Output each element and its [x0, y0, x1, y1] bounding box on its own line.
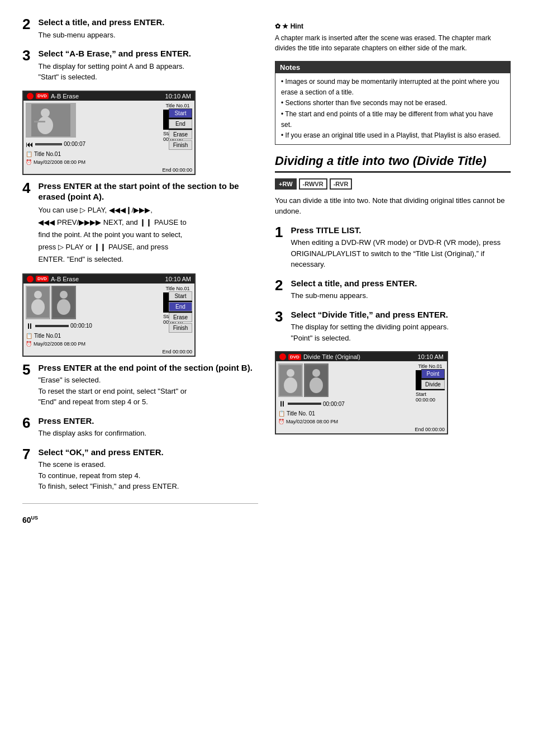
notes-content: Images or sound may be momentarily inter… — [275, 73, 510, 144]
screen-1-footer-date: May/02/2008 08:00 PM — [34, 159, 85, 165]
right-step-3-body: The display for setting the dividing poi… — [291, 322, 449, 343]
screen-2-title-no: Title No.01 — [163, 286, 192, 291]
page-num-text: 60 — [22, 516, 31, 525]
step-7: 7 Select “OK,” and press ENTER. The scen… — [22, 447, 258, 492]
screen-1-title: A-B Erase — [51, 93, 79, 100]
screen-3-title-no: Title No.01 — [416, 363, 445, 369]
step-4: 4 Press ENTER at the start point of the … — [22, 181, 258, 266]
btn-end-2[interactable]: End — [169, 302, 192, 311]
screen-3-footer-date: May/02/2008 08:00 PM — [286, 419, 338, 424]
svg-point-11 — [287, 369, 294, 377]
hint-icon: ✿ — [275, 22, 280, 30]
svg-rect-3 — [34, 121, 45, 122]
dvd-screen-3: DVD Divide Title (Original) 10:10 AM — [275, 351, 448, 434]
step-number-7: 7 — [22, 447, 30, 461]
hint-body: A chapter mark is inserted after the sce… — [275, 33, 511, 53]
svg-point-14 — [312, 369, 320, 377]
right-step-number-1: 1 — [275, 225, 283, 239]
right-step-number-2: 2 — [275, 278, 283, 292]
right-step-1-body: When editing a DVD-RW (VR mode) or DVD-R… — [291, 237, 511, 270]
hint-title: ✿ ★ Hint — [275, 21, 511, 31]
note-item-4: If you erase an original title used in a… — [281, 130, 505, 141]
page-superscript: US — [31, 515, 39, 521]
btn-erase-1[interactable]: Erase — [169, 130, 192, 139]
screen-1-buttons: Start End Erase Finish — [169, 108, 192, 150]
page-number: 60US — [22, 515, 258, 525]
note-item-1: Images or sound may be momentarily inter… — [281, 77, 505, 98]
right-step-number-3: 3 — [275, 309, 283, 324]
screen-1-preview-left — [26, 103, 76, 138]
screen-2-timestamp: 00:00:10 — [70, 323, 92, 329]
step-6: 6 Press ENTER. The display asks for conf… — [22, 415, 258, 439]
btn-erase-2[interactable]: Erase — [169, 313, 192, 322]
step-3-title: Select “A-B Erase,” and press ENTER. — [38, 48, 191, 59]
screen-1-title-no: Title No.01 — [163, 103, 192, 108]
step-number-5: 5 — [22, 362, 30, 377]
btn-finish-2[interactable]: Finish — [169, 323, 192, 333]
btn-finish-1[interactable]: Finish — [169, 140, 192, 150]
screen-2-preview-left — [26, 286, 50, 319]
dvd-screen-1: DVD A-B Erase 10:10 AM — [22, 91, 196, 175]
right-step-1-title: Press TITLE LIST. — [291, 225, 511, 236]
btn-point-3[interactable]: Point — [421, 369, 445, 379]
screen-3-preview-right — [304, 363, 329, 397]
step-5-title: Press ENTER at the end point of the sect… — [38, 362, 252, 374]
step-number-2: 2 — [22, 17, 30, 31]
section-title: Dividing a title into two (Divide Title) — [275, 154, 511, 172]
screen-2-footer-title: Title No.01 — [34, 333, 61, 339]
screen-2-title: A-B Erase — [51, 276, 79, 282]
step-number-6: 6 — [22, 415, 30, 430]
screen-3-preview-left — [278, 363, 303, 397]
step-5-body: "Erase" is selected. To reset the start … — [38, 375, 252, 408]
screen-1-footer-title: Title No.01 — [34, 151, 61, 157]
badge-rvr: -RVR — [330, 178, 353, 190]
dvd-screen-2: DVD A-B Erase 10:10 AM — [22, 273, 196, 357]
format-badges: +RW -RWVR -RVR — [275, 178, 511, 190]
notes-header: Notes — [275, 62, 510, 73]
dvd-logo-1: DVD — [36, 93, 49, 99]
screen-3-time: 10:10 AM — [418, 353, 444, 360]
step-3: 3 Select “A-B Erase,” and press ENTER. T… — [22, 48, 258, 83]
btn-end-1[interactable]: End — [169, 119, 192, 129]
badge-rwvr: -RWVR — [299, 178, 327, 190]
step-7-body: The scene is erased. To continue, repeat… — [38, 459, 179, 492]
screen-2-footer-date: May/02/2008 08:00 PM — [34, 341, 85, 347]
step-7-title: Select “OK,” and press ENTER. — [38, 447, 179, 458]
right-step-2: 2 Select a title, and press ENTER. The s… — [275, 278, 511, 301]
screen-1-timestamp: 00:00:07 — [64, 141, 85, 147]
right-column: ✿ ★ Hint A chapter mark is inserted afte… — [275, 17, 511, 525]
btn-divide-3[interactable]: Divide — [421, 380, 445, 389]
screen-3-start-time: Start 00:00:00 — [416, 391, 445, 403]
screen-2-time: 10:10 AM — [165, 276, 191, 282]
screen-2-end-time: End 00:00:00 — [162, 349, 192, 355]
notes-box: Notes Images or sound may be momentarily… — [275, 61, 511, 145]
svg-point-9 — [57, 299, 70, 315]
btn-start-2[interactable]: Start — [169, 291, 192, 301]
right-step-1: 1 Press TITLE LIST. When editing a DVD-R… — [275, 225, 511, 270]
svg-point-15 — [310, 377, 323, 393]
screen-3-container: DVD Divide Title (Original) 10:10 AM — [275, 351, 511, 434]
screen-1-header: DVD A-B Erase 10:10 AM — [23, 92, 194, 101]
step-4-title: Press ENTER at the start point of the se… — [38, 181, 258, 202]
right-step-3-title: Select “Divide Title,” and press ENTER. — [291, 309, 449, 320]
step-number-4: 4 — [22, 181, 30, 195]
section-intro: You can divide a title into two. Note th… — [275, 195, 511, 217]
screen-3-end-time: End 00:00:00 — [415, 427, 445, 432]
step-2: 2 Select a title, and press ENTER. The s… — [22, 17, 258, 40]
screen-3-buttons: Point Divide — [421, 369, 445, 389]
right-step-2-body: The sub-menu appears. — [291, 290, 417, 301]
svg-point-2 — [37, 116, 53, 134]
svg-point-5 — [34, 291, 42, 299]
right-step-3: 3 Select “Divide Title,” and press ENTER… — [275, 309, 511, 344]
screen-3-header: DVD Divide Title (Original) 10:10 AM — [276, 352, 447, 361]
step-6-body: The display asks for confirmation. — [38, 428, 146, 439]
btn-start-1[interactable]: Start — [169, 108, 192, 118]
svg-point-12 — [284, 377, 297, 393]
screen-1-end-time: End 00:00:00 — [162, 167, 192, 173]
screen-2-preview-right — [51, 286, 76, 319]
right-step-2-title: Select a title, and press ENTER. — [291, 278, 417, 289]
left-column: 2 Select a title, and press ENTER. The s… — [22, 17, 258, 525]
svg-point-6 — [31, 299, 45, 315]
badge-rw: +RW — [275, 178, 297, 190]
screen-2-header: DVD A-B Erase 10:10 AM — [23, 275, 194, 284]
